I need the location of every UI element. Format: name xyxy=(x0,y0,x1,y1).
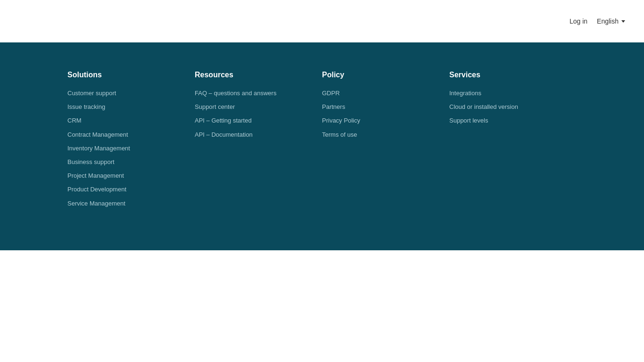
list-item: FAQ – questions and answers xyxy=(195,89,322,98)
policy-gdpr[interactable]: GDPR xyxy=(322,90,340,97)
services-support-levels[interactable]: Support levels xyxy=(449,117,488,124)
resources-support-center[interactable]: Support center xyxy=(195,103,235,110)
list-item: CRM xyxy=(67,116,195,125)
resources-api-documentation[interactable]: API – Documentation xyxy=(195,131,253,138)
solutions-issue-tracking[interactable]: Issue tracking xyxy=(67,103,105,110)
solutions-inventory-management[interactable]: Inventory Management xyxy=(67,145,130,152)
solutions-crm[interactable]: CRM xyxy=(67,117,82,124)
list-item: Terms of use xyxy=(322,130,449,139)
services-integrations[interactable]: Integrations xyxy=(449,90,481,97)
footer: Solutions Customer support Issue trackin… xyxy=(0,42,644,250)
list-item: Contract Management xyxy=(67,130,195,139)
footer-col-services: Services Integrations Cloud or installed… xyxy=(449,71,577,213)
solutions-project-management[interactable]: Project Management xyxy=(67,172,124,179)
services-list: Integrations Cloud or installed version … xyxy=(449,89,577,125)
list-item: Cloud or installed version xyxy=(449,102,577,111)
list-item: Business support xyxy=(67,157,195,166)
services-title: Services xyxy=(449,71,577,79)
list-item: Inventory Management xyxy=(67,144,195,153)
white-area xyxy=(0,250,644,362)
list-item: GDPR xyxy=(322,89,449,98)
login-link[interactable]: Log in xyxy=(570,17,587,25)
solutions-product-development[interactable]: Product Development xyxy=(67,186,126,193)
solutions-contract-management[interactable]: Contract Management xyxy=(67,131,128,138)
list-item: Product Development xyxy=(67,185,195,194)
solutions-business-support[interactable]: Business support xyxy=(67,158,115,165)
list-item: Privacy Policy xyxy=(322,116,449,125)
policy-title: Policy xyxy=(322,71,449,79)
list-item: Customer support xyxy=(67,89,195,98)
solutions-list: Customer support Issue tracking CRM Cont… xyxy=(67,89,195,208)
solutions-service-management[interactable]: Service Management xyxy=(67,200,125,207)
top-nav: Log in English xyxy=(570,17,625,25)
footer-col-solutions: Solutions Customer support Issue trackin… xyxy=(67,71,195,213)
resources-list: FAQ – questions and answers Support cent… xyxy=(195,89,322,139)
language-selector[interactable]: English xyxy=(597,17,625,25)
footer-inner: Solutions Customer support Issue trackin… xyxy=(39,71,605,213)
policy-list: GDPR Partners Privacy Policy Terms of us… xyxy=(322,89,449,139)
footer-col-policy: Policy GDPR Partners Privacy Policy Term… xyxy=(322,71,449,213)
list-item: API – Getting started xyxy=(195,116,322,125)
language-label: English xyxy=(597,17,619,25)
top-bar: Log in English xyxy=(0,0,644,42)
policy-privacy-policy[interactable]: Privacy Policy xyxy=(322,117,360,124)
list-item: Integrations xyxy=(449,89,577,98)
policy-partners[interactable]: Partners xyxy=(322,103,345,110)
list-item: Issue tracking xyxy=(67,102,195,111)
list-item: API – Documentation xyxy=(195,130,322,139)
resources-faq[interactable]: FAQ – questions and answers xyxy=(195,90,276,97)
policy-terms-of-use[interactable]: Terms of use xyxy=(322,131,357,138)
services-cloud-installed[interactable]: Cloud or installed version xyxy=(449,103,518,110)
list-item: Support levels xyxy=(449,116,577,125)
list-item: Project Management xyxy=(67,171,195,180)
resources-api-getting-started[interactable]: API – Getting started xyxy=(195,117,252,124)
list-item: Partners xyxy=(322,102,449,111)
solutions-title: Solutions xyxy=(67,71,195,79)
footer-col-resources: Resources FAQ – questions and answers Su… xyxy=(195,71,322,213)
resources-title: Resources xyxy=(195,71,322,79)
list-item: Support center xyxy=(195,102,322,111)
chevron-down-icon xyxy=(621,20,625,23)
solutions-customer-support[interactable]: Customer support xyxy=(67,90,116,97)
list-item: Service Management xyxy=(67,199,195,208)
